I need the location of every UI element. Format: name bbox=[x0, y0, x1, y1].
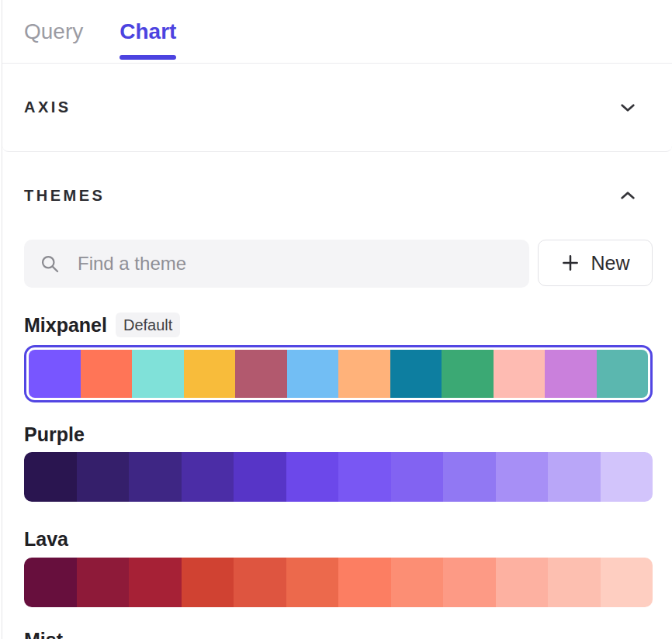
color-swatch bbox=[545, 350, 597, 398]
tab-query[interactable]: Query bbox=[24, 0, 83, 63]
color-swatch bbox=[601, 558, 653, 607]
theme-name: Mist bbox=[24, 628, 63, 639]
color-swatch bbox=[443, 558, 496, 607]
color-swatch bbox=[81, 350, 133, 398]
theme-name: Purple bbox=[24, 423, 85, 446]
color-swatch bbox=[129, 558, 182, 607]
color-swatch bbox=[338, 350, 390, 398]
theme-swatch-bar[interactable] bbox=[29, 350, 648, 398]
chevron-up-icon[interactable] bbox=[619, 187, 636, 204]
color-swatch bbox=[129, 452, 182, 502]
theme-swatch-bar[interactable] bbox=[24, 558, 653, 607]
color-swatch bbox=[391, 452, 444, 502]
theme-search-row: New bbox=[24, 240, 653, 288]
color-swatch bbox=[494, 350, 546, 398]
theme-list: Mixpanel Default Purple Lava Mist bbox=[24, 313, 653, 639]
chevron-down-icon[interactable] bbox=[619, 99, 636, 116]
color-swatch bbox=[548, 558, 601, 607]
color-swatch bbox=[24, 558, 77, 607]
themes-section: THEMES New Mixpanel bbox=[2, 186, 672, 639]
color-swatch bbox=[286, 558, 339, 607]
new-theme-button[interactable]: New bbox=[538, 240, 653, 286]
color-swatch bbox=[597, 350, 649, 398]
color-swatch bbox=[287, 350, 339, 398]
color-swatch bbox=[338, 452, 391, 502]
plus-icon bbox=[560, 253, 580, 273]
color-swatch bbox=[24, 452, 77, 502]
color-swatch bbox=[77, 452, 130, 502]
axis-section-title: AXIS bbox=[24, 98, 71, 116]
themes-section-title: THEMES bbox=[24, 187, 105, 205]
axis-section-header[interactable]: AXIS bbox=[2, 64, 672, 152]
tab-bar: Query Chart bbox=[2, 0, 672, 64]
theme-swatch-bar[interactable] bbox=[24, 452, 653, 502]
color-swatch bbox=[442, 350, 494, 398]
default-badge: Default bbox=[116, 313, 180, 337]
new-theme-button-label: New bbox=[591, 252, 629, 275]
color-swatch bbox=[29, 350, 81, 398]
theme-label-row: Lava bbox=[24, 527, 653, 551]
theme-label-row: Mist bbox=[24, 628, 653, 639]
color-swatch bbox=[391, 558, 444, 607]
color-swatch bbox=[443, 452, 496, 502]
color-swatch bbox=[234, 452, 286, 502]
color-swatch bbox=[234, 558, 286, 607]
tab-chart-label: Chart bbox=[120, 19, 176, 44]
color-swatch bbox=[77, 558, 130, 607]
chart-settings-panel: Query Chart AXIS THEMES bbox=[2, 0, 672, 639]
color-swatch bbox=[235, 350, 287, 398]
color-swatch bbox=[496, 558, 549, 607]
active-tab-indicator bbox=[120, 55, 176, 60]
color-swatch bbox=[548, 452, 601, 502]
color-swatch bbox=[390, 350, 442, 398]
theme-name: Mixpanel bbox=[24, 313, 107, 337]
search-icon bbox=[40, 254, 61, 275]
theme-row: Mist bbox=[24, 628, 653, 639]
color-swatch bbox=[601, 452, 653, 502]
theme-row: Purple bbox=[24, 423, 653, 502]
theme-row: Lava bbox=[24, 527, 653, 607]
color-swatch bbox=[132, 350, 184, 398]
color-swatch bbox=[338, 558, 391, 607]
color-swatch bbox=[286, 452, 339, 502]
selected-theme-swatch-bar[interactable] bbox=[24, 345, 653, 402]
tab-query-label: Query bbox=[24, 19, 83, 44]
themes-section-header[interactable]: THEMES bbox=[24, 186, 653, 205]
color-swatch bbox=[496, 452, 549, 502]
theme-label-row: Mixpanel Default bbox=[24, 313, 653, 337]
color-swatch bbox=[182, 558, 234, 607]
theme-search-box[interactable] bbox=[24, 240, 529, 288]
search-input[interactable] bbox=[78, 253, 514, 275]
color-swatch bbox=[182, 452, 234, 502]
color-swatch bbox=[184, 350, 236, 398]
tab-chart[interactable]: Chart bbox=[120, 0, 176, 63]
theme-row: Mixpanel Default bbox=[24, 313, 653, 402]
theme-name: Lava bbox=[24, 527, 68, 551]
theme-label-row: Purple bbox=[24, 423, 653, 446]
